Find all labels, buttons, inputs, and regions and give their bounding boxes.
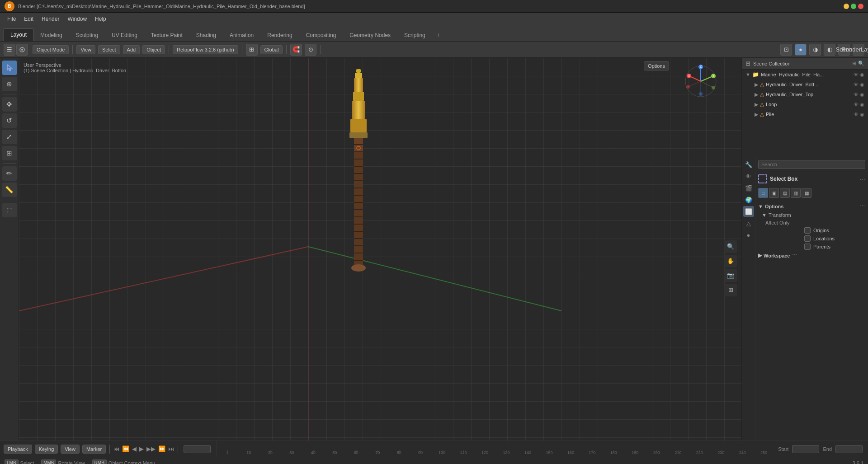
tab-uvediting[interactable]: UV Editing (105, 29, 144, 41)
tab-geometrynodes[interactable]: Geometry Nodes (343, 29, 397, 41)
transform-subsection-header[interactable]: ▼ Transform (758, 211, 865, 219)
navigation-gizmo[interactable]: Z Y X (683, 63, 719, 99)
play-btn[interactable]: ▶ (139, 445, 144, 452)
menu-file[interactable]: File (4, 14, 19, 23)
mode-btn-2[interactable]: ▤ (780, 188, 790, 198)
locations-checkbox[interactable] (804, 235, 811, 242)
close-btn[interactable] (858, 4, 863, 9)
tab-texturepaint[interactable]: Texture Paint (144, 29, 189, 41)
add-btn[interactable]: Add (123, 45, 140, 54)
mode-btn-1[interactable]: ▣ (769, 188, 779, 198)
overlay-icon[interactable]: ⊡ (780, 44, 792, 56)
end-frame-input[interactable]: 250 (835, 445, 863, 453)
outliner-item-hydraulic-driver-top[interactable]: ▶ △ Hydraulic_Driver_Top 👁 ◉ (742, 89, 868, 99)
outliner-filter-icon[interactable]: ⊞ (852, 61, 856, 66)
outliner-item-loop[interactable]: ▶ △ Loop 👁 ◉ (742, 99, 868, 109)
mode-btn-3[interactable]: ▥ (791, 188, 801, 198)
transform-orientations-icon[interactable]: ⊞ (246, 44, 258, 56)
prev-keyframe-btn[interactable]: ⏪ (122, 445, 129, 452)
annotate-tool-btn[interactable]: ✏ (2, 166, 17, 181)
mode-btn-4[interactable]: ▦ (802, 188, 811, 198)
move-tool-btn[interactable]: ✥ (2, 97, 17, 112)
jump-start-btn[interactable]: ⏮ (113, 445, 119, 452)
origins-checkbox[interactable] (804, 227, 811, 234)
prev-frame-btn[interactable]: ◀ (132, 445, 137, 452)
tab-modeling[interactable]: Modeling (33, 29, 69, 41)
eye-icon-2[interactable]: 👁 (854, 92, 859, 98)
transform-global-btn[interactable]: Global (260, 45, 283, 54)
shading-solid-icon[interactable]: ● (795, 44, 807, 56)
jump-end-btn[interactable]: ⏭ (168, 445, 174, 452)
outliner-search-icon[interactable]: 🔍 (858, 61, 864, 66)
timeline-view-btn[interactable]: View (61, 445, 80, 454)
ortho-view-icon[interactable]: ⊞ (724, 284, 737, 296)
parents-checkbox[interactable] (804, 244, 811, 250)
camera-view-icon[interactable]: 📷 (724, 269, 737, 282)
prop-icon-scene[interactable]: 🎬 (743, 183, 754, 193)
prop-icon-tools[interactable]: 🔧 (743, 159, 754, 170)
prop-icon-object[interactable]: ⬜ (743, 206, 754, 217)
outliner-item-hydraulic-driver-bott[interactable]: ▶ △ Hydraulic_Driver_Bott... 👁 ◉ (742, 80, 868, 89)
snap-icon[interactable]: 🧲 (290, 44, 302, 56)
addon-btn[interactable]: RetopoFlow 3.2.6 (github) (173, 45, 238, 54)
select-icon-2[interactable]: ◉ (860, 92, 864, 98)
mode-btn-0[interactable]: □ (758, 188, 768, 198)
tab-rendering[interactable]: Rendering (260, 29, 299, 41)
playback-btn[interactable]: Playback (4, 445, 32, 454)
select-btn[interactable]: Select (98, 45, 120, 54)
add-workspace-btn[interactable]: + (432, 28, 445, 41)
shading-material-icon[interactable]: ◑ (809, 44, 821, 56)
menu-window[interactable]: Window (64, 14, 90, 23)
prop-icon-world[interactable]: 🌍 (743, 194, 754, 205)
select-tool-btn[interactable] (2, 61, 17, 75)
current-frame-input[interactable]: 1 (184, 445, 211, 453)
next-keyframe-btn[interactable]: ⏩ (158, 445, 165, 452)
blender-menu-icon[interactable]: ☰ (4, 44, 15, 56)
eye-icon-1[interactable]: 👁 (854, 82, 859, 88)
object-mode-btn[interactable]: Object Mode (33, 45, 69, 54)
maximize-btn[interactable] (851, 4, 856, 9)
prop-icon-view[interactable]: 👁 (743, 171, 754, 182)
view-btn[interactable]: View (76, 45, 95, 54)
menu-help[interactable]: Help (91, 14, 110, 23)
tab-scripting[interactable]: Scripting (397, 29, 432, 41)
prop-icon-mesh[interactable]: △ (743, 218, 754, 229)
props-search-input[interactable] (758, 160, 865, 169)
options-section-header[interactable]: ▼ Options ⋯ (758, 202, 865, 211)
zoom-in-icon[interactable]: 🔍 (724, 240, 737, 253)
select-icon-4[interactable]: ◉ (860, 112, 864, 117)
prop-icon-material[interactable]: ● (743, 230, 754, 240)
proportional-icon[interactable]: ⊙ (305, 44, 316, 56)
cube-add-btn[interactable]: ⬚ (2, 203, 17, 217)
scale-tool-btn[interactable]: ⤢ (2, 130, 17, 144)
tab-compositing[interactable]: Compositing (299, 29, 343, 41)
shading-rendered-icon[interactable]: ◐ (824, 44, 835, 56)
render-layer-selector[interactable]: RenderLayer (853, 44, 864, 56)
next-frame-btn[interactable]: ▶▶ (146, 445, 156, 452)
eye-icon-0[interactable]: 👁 (854, 72, 859, 78)
outliner-item-pile[interactable]: ▶ △ Pile 👁 ◉ (742, 109, 868, 119)
viewport[interactable]: User Perspective (1) Scene Collection | … (19, 58, 741, 441)
eye-icon-3[interactable]: 👁 (854, 102, 859, 108)
outliner-item-scene-collection[interactable]: ▼ 📁 Marine_Hydraulic_Pile_Ha... 👁 ◉ (742, 70, 868, 80)
tab-sculpting[interactable]: Sculpting (69, 29, 105, 41)
minimize-btn[interactable] (844, 4, 849, 9)
keying-btn[interactable]: Keying (35, 445, 58, 454)
start-frame-input[interactable]: 1 (792, 445, 819, 453)
viewport-options-btn[interactable]: Options (644, 61, 669, 70)
tab-shading[interactable]: Shading (189, 29, 223, 41)
pan-icon[interactable]: ✋ (724, 255, 737, 267)
select-icon-0[interactable]: ◉ (860, 72, 864, 78)
select-icon-1[interactable]: ◉ (860, 82, 864, 88)
menu-edit[interactable]: Edit (20, 14, 37, 23)
tab-animation[interactable]: Animation (223, 29, 260, 41)
menu-render[interactable]: Render (38, 14, 63, 23)
tab-layout[interactable]: Layout (4, 28, 33, 41)
marker-btn[interactable]: Marker (82, 445, 106, 454)
measure-tool-btn[interactable]: 📏 (2, 183, 17, 197)
workspace-section-header[interactable]: ▶ Workspace ⋯ (758, 251, 865, 260)
object-btn[interactable]: Object (142, 45, 165, 54)
cursor-tool-btn[interactable]: ⊕ (2, 77, 17, 91)
eye-icon-4[interactable]: 👁 (854, 112, 859, 117)
select-icon-3[interactable]: ◉ (860, 102, 864, 108)
